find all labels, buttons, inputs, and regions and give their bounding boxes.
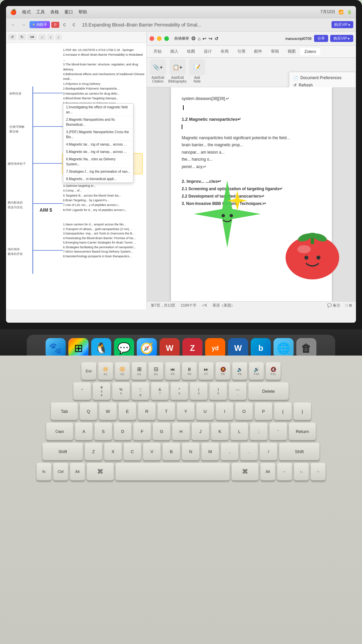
toolbar-p[interactable]: P xyxy=(51,22,59,28)
toolbar-share[interactable]: 15.Expanding Blood–Brain Barrier Permeab… xyxy=(79,21,330,29)
key-f[interactable]: F xyxy=(133,423,151,440)
key-o[interactable]: O xyxy=(235,402,253,420)
key-4[interactable]: &7 xyxy=(151,382,169,400)
nav-redo[interactable]: ↪ xyxy=(208,36,213,41)
key-w[interactable]: W xyxy=(99,402,117,420)
key-right[interactable]: → xyxy=(311,463,325,480)
key-e[interactable]: E xyxy=(119,402,136,420)
dock-finder[interactable]: 🐾 xyxy=(46,338,66,358)
ai-assistant-btn[interactable]: ✦ AI助手 xyxy=(29,21,50,28)
key-i[interactable]: I xyxy=(216,402,233,420)
dd-item-7[interactable]: 7.Strategies f... ing the permeation of … xyxy=(63,168,133,175)
key-f2[interactable]: 🔆F2 xyxy=(115,362,130,380)
mindmap-dropdown[interactable]: 1.Investigating the effect of magnetic f… xyxy=(63,103,133,183)
key-t[interactable]: T xyxy=(158,402,175,420)
tab-shitu[interactable]: 视图 xyxy=(284,47,300,56)
menu-item-table[interactable]: 表格 xyxy=(50,9,59,15)
key-comma[interactable]: , xyxy=(221,443,238,460)
key-8[interactable]: —_ xyxy=(229,382,246,400)
dd-item-1[interactable]: 1.Investigating the effect of magnetic f… xyxy=(63,104,133,116)
dock-wechat[interactable]: 💬 xyxy=(114,338,134,358)
key-f10[interactable]: 🔊F10 xyxy=(249,362,264,380)
tab-yinyong[interactable]: 引用 xyxy=(233,47,249,56)
key-s[interactable]: S xyxy=(95,423,112,440)
key-k[interactable]: K xyxy=(211,423,229,440)
dock-network[interactable]: 🌐 xyxy=(274,338,294,358)
key-c[interactable]: C xyxy=(124,443,141,460)
dock-wps[interactable]: W xyxy=(160,338,180,358)
tab-shenyue[interactable]: 审阅 xyxy=(267,47,283,56)
key-x[interactable]: X xyxy=(104,443,122,460)
dd-item-2[interactable]: 2.Magnetic Nanoparticles and Its Biomedi… xyxy=(63,116,133,128)
add-edit-citation-btn[interactable]: 📎+ xyxy=(150,59,166,75)
tab-youjian[interactable]: 邮件 xyxy=(250,47,266,56)
traffic-light-minimize[interactable] xyxy=(157,36,162,41)
dock-youdao[interactable]: yd xyxy=(205,338,225,358)
tab-huitu[interactable]: 绘图 xyxy=(183,47,199,56)
key-left[interactable]: ← xyxy=(277,463,292,480)
key-z[interactable]: Z xyxy=(85,443,102,460)
tab-zotero[interactable]: Zotero xyxy=(300,48,320,55)
tab-kaishi[interactable]: 开始 xyxy=(149,47,166,56)
tab-charu[interactable]: 插入 xyxy=(166,47,182,56)
add-note-btn[interactable]: 📝 xyxy=(189,59,205,75)
key-slash[interactable]: / xyxy=(260,443,277,460)
key-l[interactable]: L xyxy=(231,423,248,440)
key-d[interactable]: D xyxy=(114,423,131,440)
dock-trash[interactable]: 🗑 xyxy=(296,338,316,358)
dd-item-5[interactable]: 5.Magnetic tar... ing of nanop... across… xyxy=(63,148,133,156)
key-2[interactable]: %5 xyxy=(112,382,130,400)
key-lbracket[interactable]: { xyxy=(274,402,292,420)
add-edit-bibliography-btn[interactable]: 📋+ xyxy=(170,59,186,75)
key-j[interactable]: J xyxy=(192,423,209,440)
key-y[interactable]: Y xyxy=(177,402,194,420)
key-f3[interactable]: ⊞F3 xyxy=(132,362,146,380)
nav-back[interactable]: ↩ xyxy=(202,36,206,41)
key-m[interactable]: M xyxy=(201,443,219,460)
key-f7[interactable]: ⏭F7 xyxy=(199,362,214,380)
key-ralt[interactable]: Alt xyxy=(260,463,275,480)
key-lcmd[interactable]: ⌘ xyxy=(87,463,114,480)
key-b[interactable]: B xyxy=(163,443,180,460)
mm-tool-prev[interactable]: ‹ xyxy=(47,34,54,40)
key-p[interactable]: P xyxy=(255,402,272,420)
key-fn[interactable]: fn xyxy=(37,463,51,480)
key-f8[interactable]: 🔕F8 xyxy=(216,362,230,380)
mm-tool-shapes[interactable]: ○ xyxy=(38,34,46,40)
nav-refresh[interactable]: ↺ xyxy=(215,36,219,41)
dock-zotero[interactable]: Z xyxy=(182,338,202,358)
key-3[interactable]: …^6 xyxy=(132,382,149,400)
dd-item-4[interactable]: 4.Magnetic tar... ing of nanop... across… xyxy=(63,141,133,148)
toolbar-c2[interactable]: C xyxy=(70,22,78,28)
key-return[interactable]: Return xyxy=(289,423,316,440)
toolbar-c1[interactable]: C xyxy=(61,22,69,28)
mm-tool-next[interactable]: › xyxy=(55,34,62,40)
key-tab[interactable]: Tab xyxy=(51,402,78,420)
key-quote[interactable]: ' xyxy=(269,423,287,440)
key-n[interactable]: N xyxy=(182,443,199,460)
autosave-toggle[interactable]: ⚙ xyxy=(191,35,196,42)
dock-safari[interactable]: 🧭 xyxy=(137,338,157,358)
menu-item-help[interactable]: 帮助 xyxy=(78,9,87,15)
key-f9[interactable]: 🔉F9 xyxy=(232,362,247,380)
dock-qq[interactable]: 🐧 xyxy=(91,338,111,358)
dd-item-8[interactable]: 8.Magnetic... in biomedical appli... xyxy=(63,175,133,182)
vip-doc-btn[interactable]: 购买VIP ▸ xyxy=(330,35,353,42)
menu-item-format[interactable]: 格式 xyxy=(22,9,31,15)
key-f5[interactable]: ⏮F5 xyxy=(165,362,180,380)
dd-item-3[interactable]: 3.(PDF) Magnetic Nanoparticles Cross the… xyxy=(63,128,133,141)
key-f6[interactable]: ⏸F6 xyxy=(182,362,197,380)
dd-item-6[interactable]: 6.Magnetic Na... icles as Delivery Syste… xyxy=(63,156,133,168)
traffic-light-close[interactable] xyxy=(149,36,154,41)
key-1[interactable]: ¥$4 xyxy=(93,382,110,400)
vip-btn[interactable]: 购买VIP ▸ xyxy=(331,21,353,28)
key-g[interactable]: G xyxy=(153,423,170,440)
key-rshift[interactable]: Shift xyxy=(279,443,319,460)
key-q[interactable]: Q xyxy=(80,402,97,420)
dock-word[interactable]: W xyxy=(228,338,248,358)
mm-tool-list[interactable]: ≡▾ xyxy=(27,34,37,40)
key-f11[interactable]: 🔇F11 xyxy=(266,362,281,380)
tab-sheji[interactable]: 设计 xyxy=(200,47,216,56)
mm-tool-undo[interactable]: ↺ xyxy=(8,34,16,40)
mm-tool-redo[interactable]: ↻ xyxy=(18,34,26,40)
